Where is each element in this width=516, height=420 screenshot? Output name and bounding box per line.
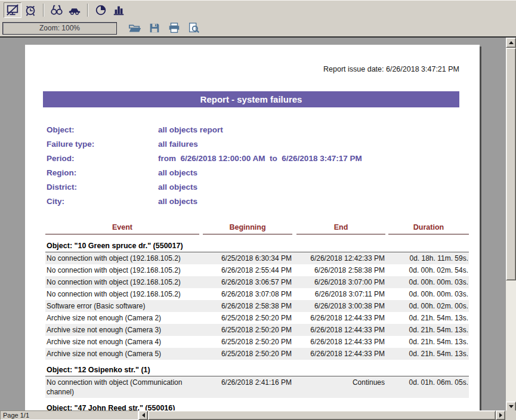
cell-beginning: 6/26/2018 2:55:44 PM [203, 265, 292, 275]
save-button[interactable] [146, 20, 163, 36]
cell-event: No connection with object (192.168.105.2… [45, 277, 199, 287]
header-end: End [296, 223, 385, 234]
bar-chart-button[interactable] [110, 2, 128, 18]
open-folder-icon [128, 21, 141, 35]
scroll-down-button[interactable] [506, 402, 516, 410]
zoom-label: Zoom: 100% [39, 24, 80, 32]
field-value: from 6/26/2018 12:00:00 AM to 6/26/2018 … [158, 154, 362, 163]
report-filter-fields: Object:all objects report Failure type:a… [47, 123, 480, 209]
field-object: Object:all objects report [47, 123, 480, 137]
field-value: all objects [158, 183, 197, 192]
event-row: No connection with object (192.168.105.2… [45, 252, 469, 264]
event-row: No connection with object (192.168.105.2… [45, 288, 469, 300]
report-title: Report - system failures [200, 94, 302, 104]
field-value: all objects [158, 197, 197, 206]
field-period: Period:from 6/26/2018 12:00:00 AM to 6/2… [47, 152, 480, 166]
field-label: City: [47, 194, 158, 209]
cell-end: Continues [296, 378, 385, 387]
alarm-clock-icon [24, 4, 37, 17]
time-pie-button[interactable] [92, 2, 110, 18]
cell-beginning: 6/25/2018 2:50:20 PM [203, 313, 292, 323]
page-indicator: Page 1/1 [0, 410, 138, 420]
header-beginning: Beginning [203, 223, 292, 234]
cell-end: 6/26/2018 3:00:38 PM [296, 301, 385, 311]
event-row: Archive size not enough (Camera 3)6/25/2… [45, 324, 469, 336]
scroll-up-button[interactable] [506, 38, 516, 48]
event-row: Archive size not enough (Camera 2)6/25/2… [45, 312, 469, 324]
report-issue-date: Report issue date: 6/26/2018 3:47:21 PM [25, 65, 459, 73]
horizontal-scrollbar-thumb[interactable] [148, 410, 496, 420]
cell-end: 6/26/2018 12:44:33 PM [296, 349, 385, 359]
header-duration: Duration [388, 223, 469, 234]
field-label: Period: [47, 152, 158, 166]
cell-event: Archive size not enough (Camera 4) [45, 337, 199, 347]
print-icon [168, 21, 181, 35]
cell-duration: 0d. 21h. 54m. 13s. [388, 349, 469, 359]
group-header-row: Object: "10 Green spruce dr." (550017) [45, 240, 469, 252]
field-value: all failures [158, 140, 198, 149]
field-label: Object: [47, 123, 158, 137]
cell-event: No connection with object (192.168.105.2… [45, 254, 199, 263]
car-button[interactable] [66, 2, 84, 18]
vertical-scrollbar-thumb[interactable] [506, 48, 516, 280]
cell-duration: 0d. 18h. 11m. 59s. [388, 254, 469, 263]
horizontal-scrollbar[interactable] [138, 410, 505, 420]
event-row: Archive size not enough (Camera 5)6/25/2… [45, 348, 469, 360]
field-label: District: [47, 180, 158, 194]
cell-event: Software error (Basic software) [45, 301, 199, 311]
handcuffs-icon [50, 4, 63, 17]
cell-event: No connection with object (Communication… [45, 378, 199, 397]
open-folder-button[interactable] [126, 20, 144, 36]
cell-beginning: 6/25/2018 2:50:20 PM [203, 325, 292, 335]
report-table-header: Event Beginning End Duration [45, 223, 469, 234]
event-row: No connection with object (192.168.105.2… [45, 264, 469, 276]
header-event: Event [45, 223, 199, 234]
main-toolbar [0, 0, 516, 20]
report-title-bar: Report - system failures [43, 91, 459, 107]
cell-beginning: 6/25/2018 6:30:34 PM [203, 254, 292, 263]
cell-end: 6/26/2018 12:44:33 PM [296, 337, 385, 347]
field-value: all objects report [158, 125, 223, 134]
cell-event: Archive size not enough (Camera 2) [45, 313, 199, 323]
print-button[interactable] [165, 20, 183, 36]
save-icon [148, 21, 161, 35]
cell-duration: 0d. 00h. 02m. 00s. [388, 301, 469, 311]
report-table-body: Object: "10 Green spruce dr." (550017)No… [45, 240, 469, 410]
report-page: Report issue date: 6/26/2018 3:47:21 PM … [25, 45, 480, 410]
cell-end: 6/26/2018 12:44:33 PM [296, 325, 385, 335]
event-row: No connection with object (Communication… [45, 376, 469, 398]
field-city: City:all objects [47, 194, 480, 209]
cell-end: 6/26/2018 2:58:38 PM [296, 265, 385, 275]
field-region: Region:all objects [47, 166, 480, 180]
group-header-row: Object: "12 Osipenko str." (1) [45, 364, 469, 376]
print-preview-button[interactable] [185, 20, 203, 36]
car-icon [68, 4, 81, 17]
cell-duration: 0d. 00h. 00m. 03s. [388, 289, 469, 299]
scroll-left-button[interactable] [138, 410, 148, 420]
cell-beginning: 6/25/2018 2:50:20 PM [203, 337, 292, 347]
cell-beginning: 6/26/2018 2:58:38 PM [203, 301, 292, 311]
zoom-control[interactable]: Zoom: 100% [2, 22, 117, 35]
cell-end: 6/26/2018 12:44:33 PM [296, 313, 385, 323]
event-row: Software error (Basic software)6/26/2018… [45, 300, 469, 312]
field-label: Region: [47, 166, 158, 180]
group-header-row: Object: "47 John Reed str." (550016) [45, 402, 469, 410]
preview-toolbar: Zoom: 100% [0, 20, 516, 36]
report-viewer-window: Zoom: 100% [0, 0, 516, 420]
scroll-right-button[interactable] [496, 410, 505, 420]
handcuffs-button[interactable] [48, 2, 66, 18]
monitor-off-button[interactable] [4, 2, 21, 18]
cell-end: 6/26/2018 3:07:11 PM [296, 289, 385, 299]
cell-event: No connection with object (192.168.105.2… [45, 265, 199, 275]
status-bar: Page 1/1 [0, 410, 516, 420]
field-label: Failure type: [47, 137, 158, 152]
cell-beginning: 6/25/2018 2:50:20 PM [203, 349, 292, 359]
field-district: District:all objects [47, 180, 480, 194]
toolbar-separator [87, 4, 88, 17]
cell-end: 6/26/2018 3:07:00 PM [296, 277, 385, 287]
monitor-off-icon [6, 4, 19, 17]
vertical-scrollbar[interactable] [506, 38, 516, 410]
alarm-clock-button[interactable] [21, 2, 39, 18]
up-arrow-icon [509, 41, 514, 44]
event-row: Archive size not enough (Camera 4)6/25/2… [45, 336, 469, 348]
